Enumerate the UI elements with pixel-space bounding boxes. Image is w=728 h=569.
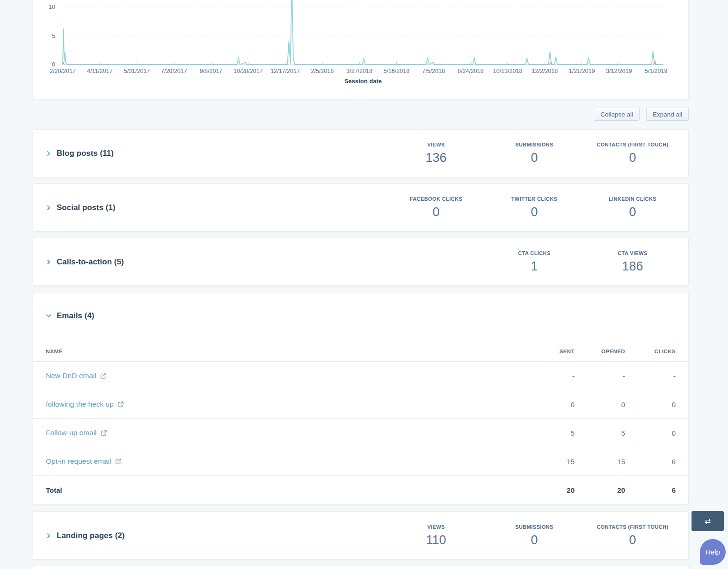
- calls-to-action-card: Calls-to-action (5) CTA CLICKS 1 CTA VIE…: [33, 238, 689, 286]
- section-title: Social posts (1): [57, 203, 116, 212]
- table-row: following the heck up 0 0 0: [33, 390, 688, 419]
- emails-toggle[interactable]: Emails (4): [33, 311, 688, 321]
- sessions-line-chart: 05102/20/20174/11/20175/31/20177/20/2017…: [33, 0, 688, 99]
- external-link-icon: [115, 458, 122, 465]
- collapse-sidebar-toggle-button[interactable]: ⇄: [692, 511, 724, 531]
- help-button[interactable]: Help: [700, 539, 726, 565]
- calls-to-action-toggle[interactable]: Calls-to-action (5): [46, 257, 485, 267]
- chevron-right-icon: [46, 533, 51, 539]
- cell-clicks: 0: [625, 401, 676, 409]
- metric-label: CONTACTS (FIRST TOUCH): [583, 142, 682, 147]
- chevron-right-icon: [46, 151, 51, 156]
- metric-value: 1: [485, 259, 583, 274]
- cell-clicks: 0: [625, 429, 676, 437]
- cell-opened: 15: [575, 458, 625, 466]
- metric-value: 0: [485, 151, 583, 165]
- email-link[interactable]: Opt-in request email: [46, 457, 122, 466]
- metric-views: VIEWS 110: [387, 524, 485, 547]
- metric-submissions: SUBMISSIONS 0: [485, 524, 583, 547]
- metric-value: 0: [485, 533, 583, 547]
- metric-label: CTA CLICKS: [485, 250, 583, 256]
- total-sent: 20: [524, 486, 575, 494]
- svg-text:5/31/2017: 5/31/2017: [124, 68, 150, 74]
- email-link[interactable]: Follow-up email: [46, 429, 107, 437]
- help-button-label: Help: [706, 548, 720, 556]
- metric-cta-clicks: CTA CLICKS 1: [485, 250, 583, 274]
- landing-pages-metrics: VIEWS 110 SUBMISSIONS 0 CONTACTS (FIRST …: [387, 524, 682, 547]
- svg-text:5/16/2018: 5/16/2018: [383, 68, 409, 74]
- svg-text:3/27/2018: 3/27/2018: [346, 68, 372, 74]
- cell-clicks: 6: [625, 458, 676, 466]
- cell-sent: -: [524, 372, 575, 380]
- metric-value: 0: [583, 533, 682, 547]
- section-title: Landing pages (2): [57, 531, 124, 540]
- email-name: Follow-up email: [46, 429, 97, 437]
- metric-label: VIEWS: [387, 524, 485, 530]
- total-clicks: 6: [625, 486, 676, 494]
- cell-opened: 0: [575, 401, 625, 409]
- table-row: Opt-in request email 15 15 6: [33, 447, 688, 476]
- cell-sent: 5: [524, 429, 575, 437]
- chevron-right-icon: [46, 205, 51, 211]
- collapse-all-button[interactable]: Collapse all: [594, 108, 640, 121]
- cell-sent: 15: [524, 458, 575, 466]
- calls-to-action-metrics: CTA CLICKS 1 CTA VIEWS 186: [485, 250, 682, 274]
- email-name: New DnD email: [46, 372, 96, 380]
- svg-text:1/21/2019: 1/21/2019: [569, 68, 595, 74]
- metric-label: LINKEDIN CLICKS: [583, 196, 682, 202]
- external-link-icon: [100, 372, 107, 379]
- metric-label: CTA VIEWS: [583, 250, 682, 256]
- metric-value: 110: [387, 533, 485, 547]
- email-link[interactable]: New DnD email: [46, 372, 107, 380]
- analytics-content: 05102/20/20174/11/20175/31/20177/20/2017…: [33, 0, 689, 569]
- svg-text:5: 5: [52, 33, 55, 39]
- column-header-sent: SENT: [524, 349, 575, 354]
- section-title: Blog posts (11): [57, 149, 114, 158]
- svg-text:0: 0: [52, 61, 55, 68]
- emails-table-header: NAME SENT OPENED CLICKS: [33, 341, 688, 362]
- email-name: following the heck up: [46, 400, 114, 409]
- landing-pages-toggle[interactable]: Landing pages (2): [46, 531, 387, 540]
- metric-value: 0: [387, 205, 485, 219]
- cell-sent: 0: [524, 401, 575, 409]
- svg-text:7/5/2018: 7/5/2018: [422, 68, 445, 74]
- svg-text:8/24/2018: 8/24/2018: [458, 68, 484, 74]
- metric-twitter-clicks: TWITTER CLICKS 0: [485, 196, 583, 219]
- external-link-icon: [117, 401, 124, 408]
- swap-arrows-icon: ⇄: [705, 517, 711, 525]
- svg-text:12/2/2018: 12/2/2018: [532, 68, 558, 74]
- svg-text:3/12/2019: 3/12/2019: [606, 68, 632, 74]
- metric-label: CONTACTS (FIRST TOUCH): [583, 524, 682, 530]
- metric-label: SUBMISSIONS: [485, 142, 583, 147]
- metric-value: 186: [583, 259, 682, 274]
- metric-value: 0: [583, 151, 682, 165]
- cell-opened: 5: [575, 429, 625, 437]
- metric-cta-views: CTA VIEWS 186: [583, 250, 682, 274]
- column-header-clicks: CLICKS: [625, 349, 676, 354]
- blog-posts-toggle[interactable]: Blog posts (11): [46, 149, 387, 158]
- external-link-icon: [101, 430, 107, 436]
- metric-contacts-first-touch: CONTACTS (FIRST TOUCH) 0: [583, 142, 682, 165]
- social-posts-toggle[interactable]: Social posts (1): [46, 203, 387, 212]
- expand-all-button[interactable]: Expand all: [646, 108, 689, 121]
- chevron-down-icon: [46, 313, 51, 319]
- metric-value: 136: [387, 151, 485, 165]
- section-title: Calls-to-action (5): [57, 257, 124, 267]
- emails-card: Emails (4) NAME SENT OPENED CLICKS New D…: [33, 292, 689, 505]
- email-link[interactable]: following the heck up: [46, 400, 124, 409]
- svg-text:10/13/2018: 10/13/2018: [493, 68, 523, 74]
- total-opened: 20: [575, 486, 625, 494]
- svg-text:Session date: Session date: [344, 78, 382, 85]
- blog-posts-metrics: VIEWS 136 SUBMISSIONS 0 CONTACTS (FIRST …: [387, 142, 682, 165]
- table-total-row: Total 20 20 6: [33, 476, 688, 504]
- svg-text:10/28/2017: 10/28/2017: [233, 68, 263, 74]
- svg-text:2/20/2017: 2/20/2017: [50, 68, 76, 74]
- column-header-opened: OPENED: [575, 349, 625, 354]
- email-name: Opt-in request email: [46, 457, 111, 466]
- cell-opened: -: [575, 372, 625, 380]
- expand-collapse-toolbar: Collapse all Expand all: [33, 108, 689, 121]
- next-section-card: [33, 566, 689, 569]
- metric-submissions: SUBMISSIONS 0: [485, 142, 583, 165]
- metric-label: VIEWS: [387, 142, 485, 147]
- svg-text:5/1/2019: 5/1/2019: [645, 68, 668, 74]
